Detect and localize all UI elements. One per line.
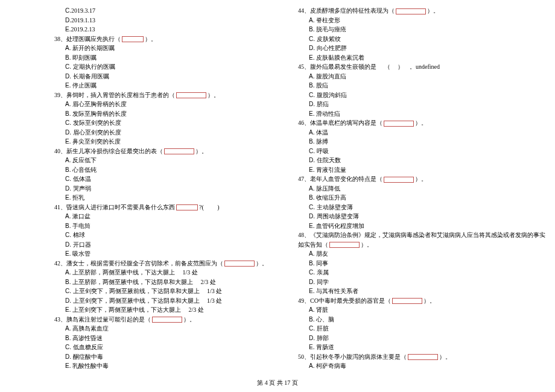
option-letter: D. [309, 213, 315, 220]
option-letter: E. [65, 362, 71, 369]
option-letter: B. [65, 54, 71, 61]
option-letter: A. [65, 101, 71, 107]
option: E. 与其有性关系者 [309, 286, 545, 296]
option-letter: C. [65, 175, 71, 182]
option-letter: E. [309, 54, 314, 61]
option: C. 肝脏 [309, 324, 545, 334]
option: B. 脱毛与痤疮 [309, 25, 545, 34]
option: A. 反应低下 [65, 156, 268, 165]
option: D. 长期备用医嘱 [65, 72, 268, 81]
exam-page: C.2019.3.17D.2019.1.13E.2019.2.1338、处理医嘱… [0, 0, 555, 374]
page-footer: 第 4 页 共 17 页 [0, 379, 555, 387]
question-line: 44、皮质醇增多症的特征性表现为（）。 [298, 6, 545, 16]
option: B. 心音低钝 [65, 165, 268, 175]
option: E. 乳酸性酸中毒 [65, 361, 268, 371]
answer-blank[interactable] [408, 354, 438, 360]
option-letter: E. [65, 194, 71, 201]
option: B. 发际至胸骨柄的长度 [65, 109, 268, 119]
option-letter: C. [65, 288, 71, 294]
option: B. 高渗性昏迷 [65, 334, 268, 343]
answer-blank[interactable] [176, 92, 206, 98]
option-letter: B. [65, 335, 71, 341]
left-column: C.2019.3.17D.2019.1.13E.2019.2.1338、处理医嘱… [54, 6, 292, 356]
option: E. 吸水管 [65, 249, 268, 259]
option: E. 停止医嘱 [65, 81, 268, 90]
option-letter: B. [309, 260, 314, 267]
option-letter: B. [309, 316, 314, 323]
answer-blank[interactable] [396, 8, 426, 14]
option: B. 即刻医嘱 [65, 53, 268, 63]
answer-blank[interactable] [122, 36, 144, 42]
option: C.2019.3.17 [65, 6, 268, 16]
option-letter: D. [65, 129, 71, 136]
option: E. 皮肤黏膜色素沉着 [309, 53, 545, 63]
option-letter: C. [65, 119, 71, 126]
option: C. 低血糖反应 [65, 343, 268, 352]
question-line: 40、新生儿寒冷损伤综合征最突出的表（）。 [54, 147, 268, 156]
option-letter: C. [309, 269, 315, 276]
answer-blank[interactable] [176, 204, 198, 210]
question-continuation: 如实告知（）。 [298, 240, 545, 250]
option-letter: D. [65, 17, 71, 24]
option-letter: D. [65, 241, 71, 248]
answer-blank[interactable] [392, 298, 422, 304]
answer-blank[interactable] [224, 261, 255, 267]
option-letter: B. [309, 82, 314, 89]
option-letter: A. [65, 45, 71, 51]
question-line: 47、老年人血管变化的特点是（）。 [298, 174, 545, 184]
question-line: 46、体温单底栏的填写内容是（）。 [298, 118, 545, 128]
option: B. 手电筒 [65, 221, 268, 231]
option-letter: E. [65, 82, 71, 89]
option: B. 股疝 [309, 81, 545, 90]
question-line: 38、处理医嘱应先执行（）。 [54, 34, 268, 44]
option-letter: A. [309, 73, 314, 80]
option-letter: A. [65, 157, 71, 163]
option: B. 同事 [309, 259, 545, 268]
option: D. 上至剑突下，两侧至腋中线，下达阴阜和大腿上 1/3 处 [65, 296, 268, 306]
option-letter: D. [65, 353, 71, 360]
option-letter: E. [65, 26, 71, 33]
option-letter: D. [309, 45, 315, 51]
option: A. 上至脐部，两侧至腋中线，下达大腿上 1/3 处 [65, 268, 268, 277]
option: C. 主动脉壁变薄 [309, 203, 545, 212]
option-letter: B. [65, 279, 71, 285]
option-letter: D. [309, 101, 315, 107]
option: E. 胃液引流量 [309, 165, 545, 175]
option-letter: C. [65, 232, 71, 238]
option-letter: D. [65, 185, 71, 192]
option-letter: E. [309, 166, 314, 173]
answer-blank[interactable] [164, 148, 194, 154]
option: C. 发际至剑突的长度 [65, 118, 268, 128]
question-line: 45、腹外疝最易发生嵌顿的是 （ ） 。undefined [298, 62, 545, 72]
option-letter: A. [309, 17, 314, 24]
option: A. 肾脏 [309, 305, 545, 315]
question-line: 39、鼻饲时，插入胃管的长度相当于患者的（）。 [54, 90, 268, 100]
option-letter: B. [309, 194, 314, 201]
answer-blank[interactable] [329, 242, 360, 248]
option: E. 胃肠道 [309, 343, 545, 352]
question-line: 43、胰岛素注射过量可能引起的是（）。 [54, 315, 268, 324]
option: E. 血管钙化程度增加 [309, 221, 545, 231]
option-letter: E. [309, 288, 314, 294]
answer-blank[interactable] [152, 317, 182, 323]
option: B. 脉搏 [309, 137, 545, 147]
question-line: 48、《艾滋病防治条例》规定，艾滋病病毒感染者和艾滋病病人应当将其感染或者发病的… [298, 230, 545, 240]
option: E.2019.2.13 [65, 25, 268, 34]
option-letter: C. [309, 148, 315, 154]
option: E. 滑动性疝 [309, 109, 545, 119]
option-letter: A. [309, 129, 314, 136]
option-letter: E. [65, 250, 71, 257]
option: C. 皮肤紫纹 [309, 34, 545, 44]
answer-blank[interactable] [384, 121, 414, 127]
option-letter: C. [309, 204, 315, 210]
option-letter: A. [309, 185, 314, 192]
option-letter: B. [65, 110, 71, 117]
option: C. 定期执行的医嘱 [65, 62, 268, 72]
option: B. 收缩压升高 [309, 193, 545, 203]
option-letter: C. [309, 92, 315, 98]
answer-blank[interactable] [384, 177, 414, 183]
option-letter: E. [309, 344, 314, 350]
option-letter: B. [309, 138, 314, 145]
option-letter: B. [65, 223, 71, 229]
option: B. 上至脐部，两侧至腋中线，下达阴阜和大腿上 2/3 处 [65, 277, 268, 287]
